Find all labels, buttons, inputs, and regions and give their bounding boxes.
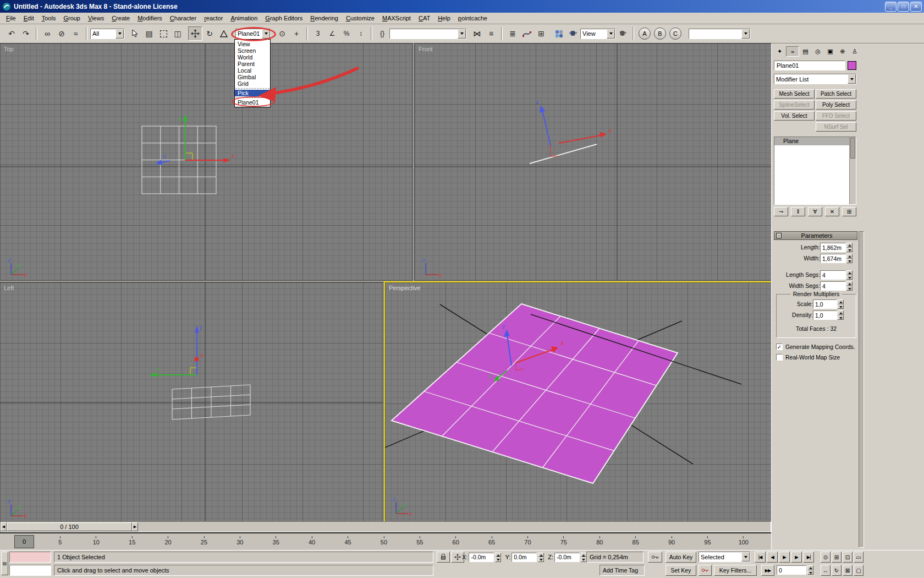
modifier-list-select[interactable]: Modifier List <box>774 74 856 84</box>
dropdown-item[interactable]: Gimbal <box>235 74 270 80</box>
menu-item[interactable]: reactor <box>200 14 227 23</box>
viewport-label[interactable]: Top <box>4 46 14 52</box>
menu-item[interactable]: Group <box>59 14 84 23</box>
object-color-swatch[interactable] <box>848 61 856 70</box>
letter-circle-button[interactable]: B <box>654 28 666 40</box>
use-pivot-center-button[interactable]: ⊙ <box>275 26 289 41</box>
dropdown-item-plane01[interactable]: Plane01 <box>235 99 270 106</box>
dropdown-item[interactable]: World <box>235 54 270 61</box>
key-filters-button[interactable]: Key Filters... <box>714 565 757 576</box>
schematic-view-button[interactable]: ⊞ <box>534 26 548 41</box>
menu-item[interactable]: Help <box>434 14 454 23</box>
viewport-nav-button[interactable]: ▢ <box>854 565 864 576</box>
redo-button[interactable]: ↷ <box>19 26 33 41</box>
command-panel-tab-icon[interactable]: ≈ <box>786 46 799 57</box>
macro-recorder-field[interactable] <box>9 552 51 563</box>
modifier-shortcut-button[interactable]: NSurf Sel <box>816 122 856 132</box>
viewport-nav-button[interactable]: ⊙ <box>821 552 831 563</box>
menu-item[interactable]: Create <box>108 14 134 23</box>
menu-item[interactable]: Modifiers <box>134 14 166 23</box>
dropdown-item[interactable]: Screen <box>235 47 270 54</box>
chevron-down-icon[interactable] <box>741 29 750 39</box>
unlink-selection-button[interactable]: ⊘ <box>54 26 69 41</box>
spinner[interactable] <box>846 254 853 263</box>
viewport-nav-button[interactable]: ▭ <box>854 552 864 563</box>
menu-item[interactable]: MAXScript <box>378 14 415 23</box>
dropdown-item-pick[interactable]: Pick <box>235 90 270 96</box>
set-keys-key-button[interactable] <box>698 565 712 576</box>
menu-item[interactable]: Animation <box>227 14 261 23</box>
spinner[interactable] <box>846 281 853 291</box>
window-crossing-toggle[interactable]: ◫ <box>170 26 185 41</box>
mirror-button[interactable]: ⋈ <box>470 26 484 41</box>
modifier-shortcut-button[interactable]: Mesh Select <box>774 89 815 99</box>
playback-button[interactable]: ◀ <box>767 552 778 563</box>
set-key-button[interactable]: Set Key <box>666 565 696 576</box>
chevron-down-icon[interactable] <box>848 74 856 84</box>
menu-item[interactable]: Edit <box>20 14 38 23</box>
select-and-link-button[interactable]: ∞ <box>40 26 54 41</box>
chevron-down-icon[interactable] <box>262 29 270 39</box>
parameter-field[interactable]: 1,862m <box>820 243 846 252</box>
command-panel-tab-icon[interactable]: ✦ <box>774 46 785 57</box>
line-style-select[interactable] <box>689 29 750 39</box>
maximize-button[interactable]: □ <box>898 2 909 12</box>
add-time-tag[interactable]: Add Time Tag <box>600 565 645 576</box>
move-gizmo[interactable]: z y x <box>149 325 204 377</box>
viewport-nav-button[interactable]: ⊞ <box>832 552 842 563</box>
parameter-field[interactable]: 4 <box>820 281 846 291</box>
viewport-nav-button[interactable]: ⊠ <box>843 565 853 576</box>
stack-tool-button[interactable]: ∀ <box>808 207 822 216</box>
menu-item[interactable]: Customize <box>342 14 378 23</box>
select-and-scale-button[interactable] <box>217 26 231 41</box>
command-panel-tab-icon[interactable]: ▤ <box>800 46 811 57</box>
stack-tool-button[interactable]: ‖ <box>791 207 805 216</box>
spinner[interactable] <box>538 553 544 562</box>
stack-tool-button[interactable]: ✕ <box>825 207 839 216</box>
parameter-field[interactable]: 4 <box>820 270 846 280</box>
command-panel-tab-icon[interactable]: ▣ <box>824 46 836 57</box>
viewport-label[interactable]: Front <box>419 46 433 52</box>
quick-render-button[interactable] <box>615 26 630 41</box>
align-button[interactable]: ≡ <box>484 26 498 41</box>
menu-item[interactable]: Rendering <box>306 14 342 23</box>
material-editor-button[interactable] <box>552 26 566 41</box>
playback-button[interactable]: ▶ <box>791 552 802 563</box>
spinner[interactable] <box>846 243 853 252</box>
dropdown-item[interactable]: Local <box>235 67 270 74</box>
select-by-name-button[interactable]: ▤ <box>142 26 156 41</box>
chevron-down-icon[interactable] <box>607 29 615 39</box>
spinner[interactable] <box>807 565 813 575</box>
command-panel-tab-icon[interactable]: ◎ <box>812 46 823 57</box>
coordinate-field[interactable]: -0.0m <box>469 553 494 562</box>
move-gizmo[interactable]: z x <box>536 99 612 156</box>
spinner[interactable] <box>846 270 853 280</box>
viewport-nav-button[interactable]: ↻ <box>832 565 842 576</box>
key-mode-toggle[interactable]: ▶▶ <box>761 565 774 576</box>
chevron-down-icon[interactable] <box>741 552 750 561</box>
snap-toggle-button[interactable]: ↕ <box>354 26 368 41</box>
dropdown-item[interactable]: Parent <box>235 61 270 67</box>
collapse-icon[interactable]: − <box>776 233 782 238</box>
viewport-left[interactable]: Left z y x <box>0 282 383 521</box>
parameters-rollout-header[interactable]: − Parameters <box>774 231 857 240</box>
menu-item[interactable]: CAT <box>415 14 434 23</box>
menu-item[interactable]: Tools <box>38 14 60 23</box>
viewport-front[interactable]: Front z x x z <box>415 43 771 280</box>
named-selection-select[interactable] <box>389 29 466 39</box>
current-frame-marker[interactable]: 0 <box>14 535 34 548</box>
layer-manager-button[interactable]: ≣ <box>505 26 520 41</box>
snap-toggle-button[interactable]: 3 <box>311 26 325 41</box>
playback-button[interactable]: |◀ <box>755 552 766 563</box>
coordinate-field[interactable]: -0.0m <box>554 553 580 562</box>
render-type-select[interactable]: View <box>580 29 615 39</box>
select-object-button[interactable] <box>128 26 142 41</box>
viewport-label[interactable]: Perspective <box>389 285 420 291</box>
key-mode-select[interactable]: Selected <box>698 552 750 562</box>
time-slider-thumb[interactable]: 0 / 100 <box>7 522 132 531</box>
time-slider-track[interactable]: ◀ 0 / 100 ▶ <box>0 521 771 532</box>
select-and-move-button[interactable] <box>188 26 202 41</box>
bind-to-spacewarp-button[interactable]: ≈ <box>69 26 83 41</box>
menu-item[interactable]: File <box>2 14 20 23</box>
modifier-shortcut-button[interactable]: SplineSelect <box>774 100 815 110</box>
